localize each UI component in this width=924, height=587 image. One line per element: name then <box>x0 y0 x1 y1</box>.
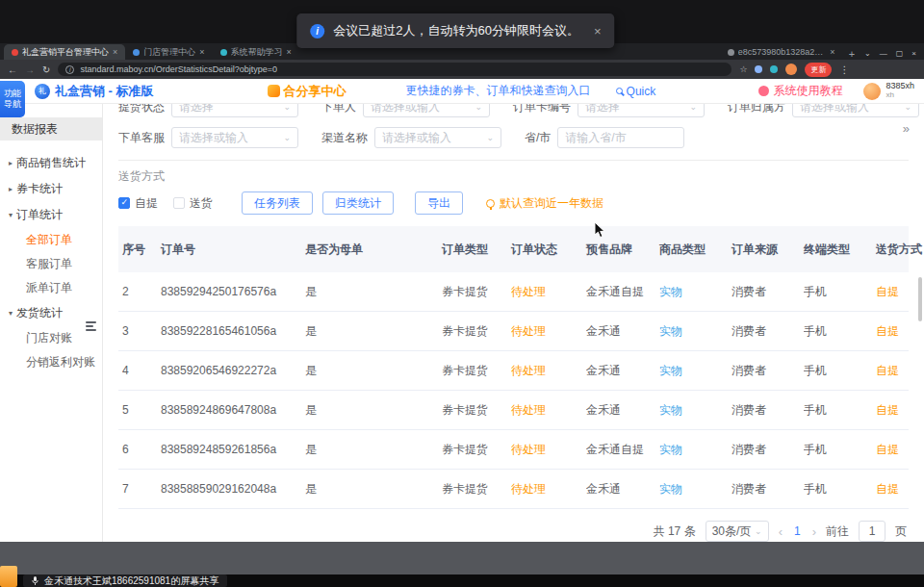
tab-close-icon[interactable]: × <box>287 47 292 57</box>
cell-parent-order: 是 <box>305 402 442 419</box>
tab-favicon <box>728 49 734 56</box>
delivery-checkbox[interactable]: 送货 <box>173 195 213 212</box>
filter-label: 下单人 <box>321 104 356 115</box>
tab-close-icon[interactable]: × <box>830 47 834 57</box>
scrollbar-thumb[interactable] <box>918 277 922 321</box>
refresh-icon[interactable]: ↻ <box>42 64 50 75</box>
tutorial-link[interactable]: 系统使用教程 <box>758 83 842 99</box>
cell-parent-order: 是 <box>305 481 442 498</box>
order-person-select[interactable]: 请选择或输入 ⌄ <box>363 104 490 117</box>
sidebar-item-all-orders[interactable]: 全部订单 <box>0 228 102 252</box>
sidebar-collapse-handle[interactable] <box>86 318 100 334</box>
cell-product-type-link[interactable]: 实物 <box>659 323 732 340</box>
filter-label: 下单客服 <box>118 130 165 146</box>
col-delivery-method: 送货方式 <box>876 242 922 258</box>
tab-close-icon[interactable]: × <box>113 47 117 57</box>
order-owner-select[interactable]: 请选择或输入 ⌄ <box>792 104 919 117</box>
goto-unit: 页 <box>895 523 907 540</box>
address-bar[interactable]: i standard.maboy.cn/OrderStatisticsDetai… <box>58 63 732 76</box>
cell-product-type-link[interactable]: 实物 <box>659 284 732 300</box>
prev-page-icon[interactable]: ‹ <box>779 524 783 539</box>
goto-page-input[interactable] <box>859 521 886 542</box>
browser-tab[interactable]: 门店管理中心 × <box>125 44 212 60</box>
cell-product-type-link[interactable]: 实物 <box>659 402 732 419</box>
window-close-icon[interactable]: × <box>911 49 916 58</box>
sidebar-section-reports[interactable]: 数据报表 <box>0 117 102 140</box>
card-number-select[interactable]: 请选择 ⌄ <box>578 104 705 117</box>
browser-update-button[interactable]: 更新 <box>805 63 832 77</box>
select-placeholder: 请选择或输入 <box>382 130 451 146</box>
cell-order-no: 83858924869647808a <box>161 403 305 417</box>
cell-parent-order: 是 <box>305 363 442 379</box>
sidebar-item-order-stats[interactable]: ▾ 订单统计 <box>0 202 102 228</box>
screen-share-text: 金禾通技术王斌18662591081的屏幕共享 <box>44 574 218 587</box>
toast-close-icon[interactable]: × <box>594 24 602 38</box>
cell-product-type-link[interactable]: 实物 <box>659 481 732 498</box>
extension-icon[interactable] <box>755 65 762 73</box>
user-menu[interactable]: 8385xh xh <box>863 82 914 100</box>
cell-terminal-type: 手机 <box>804 323 876 340</box>
group-stats-button[interactable]: 归类统计 <box>322 191 394 215</box>
task-list-button[interactable]: 任务列表 <box>242 191 313 215</box>
cell-product-type-link[interactable]: 实物 <box>659 442 732 458</box>
window-maximize-icon[interactable]: ▢ <box>896 49 904 58</box>
chevron-down-icon: ⌄ <box>904 104 911 112</box>
next-page-icon[interactable]: › <box>812 524 816 539</box>
function-nav-tab[interactable]: 功能 导航 <box>0 81 25 117</box>
filter-card-number: 订单卡编号 请选择 ⌄ <box>513 104 705 117</box>
delivery-method-label: 送货方式 <box>118 168 909 185</box>
toast-message: 会议已超过2人，自动转为60分钟限时会议。 <box>333 22 579 39</box>
cell-order-type: 券卡提货 <box>442 442 511 458</box>
tab-search-chevron-icon[interactable]: ⌄ <box>864 49 871 58</box>
cell-product-type-link[interactable]: 实物 <box>659 363 732 379</box>
cell-delivery-method: 自提 <box>876 481 909 498</box>
browser-tab-active[interactable]: 礼盒营销平台管理中心 × <box>4 44 125 60</box>
cell-order-no: 83858924859261856a <box>161 443 305 456</box>
page-size-select[interactable]: 30条/页 ⌄ <box>706 521 769 542</box>
browser-tab[interactable]: e8c573980b1328a258fd2e6 × <box>720 44 843 60</box>
filter-label: 订单归属方 <box>728 104 785 115</box>
cell-order-source: 消费者 <box>732 363 804 379</box>
sidebar-item-rebate-reconcile[interactable]: 分销返利对账 <box>0 350 102 374</box>
goto-label: 前往 <box>826 523 849 540</box>
window-minimize-icon[interactable]: — <box>880 49 887 58</box>
col-index: 序号 <box>122 242 161 258</box>
sidebar-item-product-sales[interactable]: ▸ 商品销售统计 <box>0 150 102 176</box>
select-placeholder: 请选择或输入 <box>179 130 248 146</box>
sidebar-item-card-stats[interactable]: ▸ 券卡统计 <box>0 176 102 202</box>
browser-tab[interactable]: 系统帮助学习 × <box>213 44 299 60</box>
channel-name-select[interactable]: 请选择或输入 ⌄ <box>374 127 501 148</box>
checkbox-checked-icon[interactable] <box>118 197 130 209</box>
cell-delivery-method: 自提 <box>876 284 909 300</box>
cell-index: 6 <box>122 443 161 456</box>
brand: 礼 礼盒营销 - 标准版 <box>35 83 154 100</box>
bookmark-star-icon[interactable]: ☆ <box>739 64 747 74</box>
tab-close-icon[interactable]: × <box>199 47 204 57</box>
toolbar: 自提 送货 任务列表 归类统计 导出 默认查询近一年数据 <box>118 191 909 215</box>
province-city-input[interactable] <box>557 127 684 148</box>
export-button[interactable]: 导出 <box>415 191 463 215</box>
table-row: 3 83859228165461056a 是 券卡提货 待处理 金禾通 实物 消… <box>118 312 909 351</box>
extension-icon[interactable] <box>770 65 778 73</box>
username-sub: xh <box>886 91 914 100</box>
pickup-checkbox[interactable]: 自提 <box>118 195 158 212</box>
browser-profile-avatar[interactable] <box>785 64 797 75</box>
table-row: 2 83859294250176576a 是 券卡提货 待处理 金禾通自提 实物… <box>118 272 909 312</box>
new-tab-button[interactable]: + <box>843 48 860 60</box>
orders-table: 序号 订单号 是否为母单 订单类型 订单状态 预售品牌 商品类型 订单来源 终端… <box>118 226 909 509</box>
site-info-icon[interactable]: i <box>65 65 74 74</box>
checkbox-unchecked-icon[interactable] <box>173 197 185 209</box>
back-icon[interactable]: ← <box>8 64 17 75</box>
sidebar-item-dispatch-orders[interactable]: 派单订单 <box>0 276 102 300</box>
quick-search-link[interactable]: Quick <box>616 85 656 98</box>
sidebar-item-service-orders[interactable]: 客服订单 <box>0 252 102 276</box>
quick-entry-promo-link[interactable]: 更快捷的券卡、订单和快递查询入口 <box>406 83 591 99</box>
select-placeholder: 请选择 <box>585 104 620 115</box>
browser-menu-icon[interactable]: ⋮ <box>839 64 849 75</box>
filters-collapse-button[interactable]: » <box>903 121 909 136</box>
current-page[interactable]: 1 <box>792 524 803 538</box>
forward-icon[interactable]: → <box>25 64 35 75</box>
pickup-status-select[interactable]: 请选择 ⌄ <box>171 104 298 117</box>
order-agent-select[interactable]: 请选择或输入 ⌄ <box>171 127 298 148</box>
share-center-link[interactable]: 合分享中心 <box>268 83 346 100</box>
